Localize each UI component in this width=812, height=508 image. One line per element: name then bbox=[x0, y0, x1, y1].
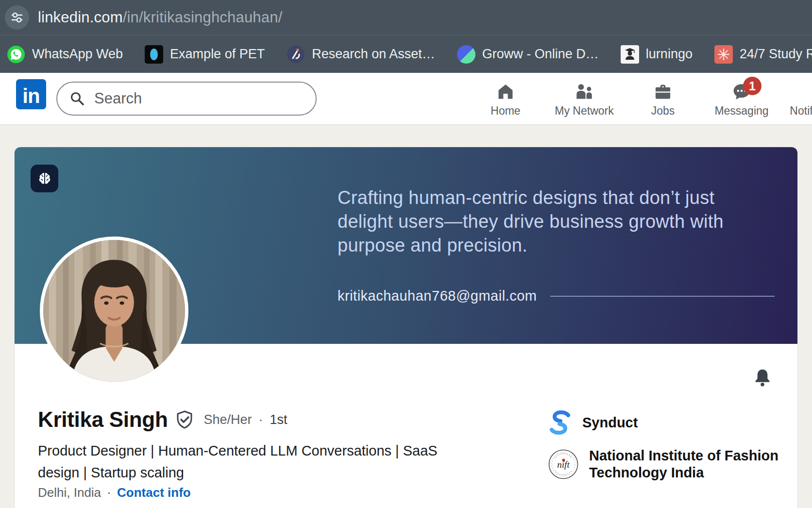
graduate-icon bbox=[620, 45, 640, 64]
name-row: Kritika Singh She/Her · 1st bbox=[38, 407, 288, 432]
banner-headline: Crafting human-centric designs that don’… bbox=[338, 186, 726, 257]
nav-item-jobs[interactable]: Jobs bbox=[624, 77, 702, 118]
affiliation-name: Synduct bbox=[582, 414, 638, 431]
bookmark-label: Groww - Online D… bbox=[482, 47, 599, 62]
verified-shield-icon[interactable] bbox=[174, 409, 195, 430]
location-row: Delhi, India · Contact info bbox=[38, 485, 191, 500]
search-icon bbox=[69, 90, 85, 107]
bell-icon[interactable] bbox=[751, 367, 774, 389]
linkedin-navbar: in Home bbox=[0, 73, 812, 125]
synduct-logo bbox=[548, 409, 572, 436]
bookmark-groww[interactable]: Groww - Online D… bbox=[457, 45, 599, 64]
groww-icon bbox=[457, 45, 476, 64]
bookmark-label: 24/7 Study Room… bbox=[740, 47, 812, 62]
search-box[interactable] bbox=[56, 82, 317, 116]
briefcase-icon bbox=[653, 82, 673, 102]
connection-degree: 1st bbox=[270, 412, 288, 427]
site-settings-icon[interactable] bbox=[5, 5, 29, 30]
research-icon bbox=[286, 45, 305, 64]
bell-icon bbox=[810, 82, 812, 102]
bookmarks-bar: WhatsApp Web Example of PET Research on … bbox=[0, 35, 812, 73]
bookmark-label: Example of PET bbox=[170, 47, 265, 62]
linkedin-logo[interactable]: in bbox=[16, 79, 46, 109]
pronouns: She/Her bbox=[203, 412, 252, 427]
profile-photo[interactable] bbox=[40, 237, 188, 385]
nift-logo: nift bbox=[548, 449, 578, 479]
messaging-icon: 1 bbox=[731, 82, 752, 102]
banner-email: kritikachauhan768@gmail.com bbox=[338, 288, 537, 304]
banner-email-row: kritikachauhan768@gmail.com bbox=[338, 288, 775, 304]
url-text[interactable]: linkedin.com/in/kritikasinghchauhan/ bbox=[38, 9, 282, 26]
home-icon bbox=[495, 82, 516, 102]
url-path: /in/kritikasinghchauhan/ bbox=[123, 9, 283, 26]
bookmark-research-on-asset[interactable]: Research on Asset… bbox=[286, 45, 435, 64]
bookmark-label: lurningo bbox=[646, 47, 693, 62]
messaging-badge: 1 bbox=[743, 77, 761, 95]
affiliation-company[interactable]: Synduct bbox=[548, 409, 797, 436]
nav-label: My Network bbox=[555, 104, 613, 118]
contact-info-link[interactable]: Contact info bbox=[117, 485, 191, 500]
affiliations: Synduct nift National Institute of Fashi… bbox=[548, 409, 797, 481]
bookmark-lurningo[interactable]: lurningo bbox=[620, 45, 693, 64]
affiliation-name: National Institute of Fashion Technology… bbox=[589, 447, 797, 481]
study-room-icon bbox=[714, 45, 733, 64]
bookmark-whatsapp-web[interactable]: WhatsApp Web bbox=[6, 45, 123, 64]
bookmark-example-of-pet[interactable]: Example of PET bbox=[144, 45, 265, 64]
network-icon bbox=[574, 82, 594, 102]
nav-label: Messaging bbox=[714, 104, 768, 118]
affiliation-school[interactable]: nift National Institute of Fashion Techn… bbox=[548, 447, 797, 481]
nav-items: Home My Network Jobs bbox=[466, 77, 812, 118]
profile-card: Crafting human-centric designs that don’… bbox=[15, 147, 797, 508]
bookmark-label: Research on Asset… bbox=[312, 47, 435, 62]
nav-item-messaging[interactable]: 1 Messaging bbox=[702, 77, 781, 118]
nav-item-notifications[interactable]: Notifications bbox=[781, 77, 812, 118]
browser-url-bar[interactable]: linkedin.com/in/kritikasinghchauhan/ bbox=[0, 0, 812, 35]
url-domain: linkedin.com bbox=[38, 9, 123, 26]
pet-icon bbox=[144, 45, 164, 64]
nav-item-home[interactable]: Home bbox=[466, 77, 545, 118]
bookmark-label: WhatsApp Web bbox=[32, 47, 123, 62]
banner-divider-line bbox=[550, 296, 775, 297]
nav-label: Home bbox=[491, 104, 520, 118]
whatsapp-icon bbox=[6, 45, 26, 64]
bookmark-study-room[interactable]: 24/7 Study Room… bbox=[714, 45, 812, 64]
nav-label: Notifications bbox=[790, 104, 812, 118]
separator-dot: · bbox=[259, 412, 263, 427]
separator-dot: · bbox=[107, 485, 111, 500]
search-input[interactable] bbox=[94, 90, 298, 107]
nav-item-my-network[interactable]: My Network bbox=[545, 77, 624, 118]
brain-icon bbox=[31, 165, 58, 192]
profile-headline: Product Designer | Human-Centered LLM Co… bbox=[38, 440, 465, 484]
profile-name: Kritika Singh bbox=[38, 407, 168, 432]
nav-label: Jobs bbox=[651, 104, 675, 118]
location: Delhi, India bbox=[38, 485, 101, 500]
